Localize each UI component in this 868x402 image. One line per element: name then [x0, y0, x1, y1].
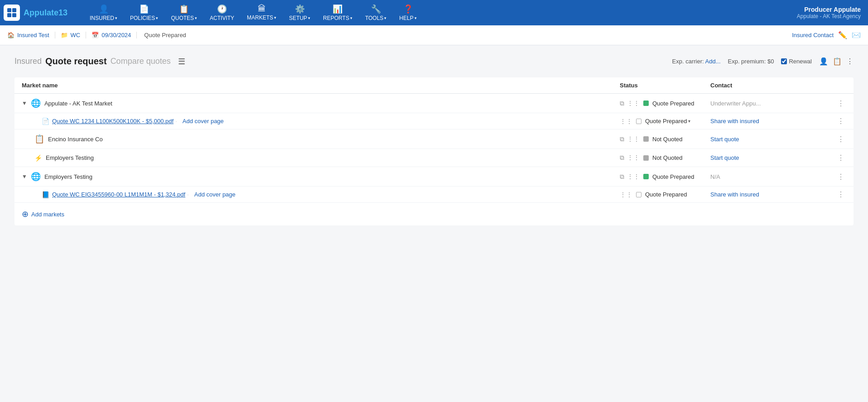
market-globe-icon: 🌐: [31, 98, 41, 108]
table-row: ⚡ Employers Testing ⧉ ⋮⋮ Not Quoted Star…: [14, 149, 854, 167]
email-icon[interactable]: ✉️: [852, 31, 861, 39]
nav-item-help[interactable]: ❓ HELP▾: [393, 1, 423, 24]
breadcrumb-date-label: 09/30/2024: [101, 32, 131, 38]
contact-na: N/A: [710, 173, 720, 180]
breadcrumb: 🏠 Insured Test 📁 WC 📅 09/30/2024 Quote P…: [0, 25, 868, 45]
more-button[interactable]: ⋮: [835, 153, 846, 162]
tab-compare-quotes[interactable]: Compare quotes: [111, 57, 171, 66]
split-icon[interactable]: ⋮⋮: [620, 191, 632, 198]
help-icon: ❓: [403, 4, 413, 14]
table-sub-row: 📄 Quote WC 1234 L100K500K100K - $5,000.p…: [14, 113, 854, 129]
nav-item-activity[interactable]: 🕐 ACTIVITY: [203, 1, 241, 24]
tab-quote-request[interactable]: Quote request: [45, 56, 107, 67]
user-circle-icon[interactable]: 👤: [819, 57, 828, 66]
more-button[interactable]: ⋮: [835, 99, 846, 108]
edit-icon[interactable]: ✏️: [838, 31, 847, 39]
main-content: Insured Quote request Compare quotes ☰ E…: [0, 45, 868, 236]
status-text: Not Quoted: [652, 136, 683, 143]
breadcrumb-status: Quote Prepared: [144, 32, 186, 38]
markets-icon: 🏛: [258, 4, 266, 14]
calendar-icon: 📅: [92, 32, 99, 38]
market-name-text: Employers Testing: [44, 173, 92, 180]
renewal-checkbox[interactable]: [781, 58, 787, 64]
status-cell: ⧉ ⋮⋮ Quote Prepared: [620, 100, 710, 107]
add-markets-row[interactable]: ⊕ Add markets: [14, 203, 854, 225]
contact-cell: N/A ⋮: [710, 172, 846, 181]
expand-icon[interactable]: ▼: [22, 100, 27, 106]
header-right: Exp. carrier: Add... Exp. premium: $0 Re…: [672, 57, 854, 66]
expand-icon[interactable]: ▼: [22, 173, 27, 180]
copy-icon[interactable]: ⧉: [620, 173, 624, 181]
more-button[interactable]: ⋮: [835, 135, 846, 144]
market-name-text: Employers Testing: [46, 154, 94, 161]
menu-icon[interactable]: ☰: [178, 57, 185, 67]
breadcrumb-insured[interactable]: 🏠 Insured Test: [7, 32, 55, 38]
lightning-icon: ⚡: [34, 154, 42, 162]
add-cover-button[interactable]: Add cover page: [183, 118, 224, 124]
notes-icon[interactable]: 📋: [833, 57, 842, 66]
sub-status-dot: [636, 192, 641, 197]
share-with-insured-button[interactable]: Share with insured: [710, 118, 759, 124]
status-dot: [643, 136, 649, 142]
breadcrumb-date[interactable]: 📅 09/30/2024: [92, 32, 137, 38]
sub-contact-cell: Share with insured ⋮: [710, 117, 846, 125]
home-icon: 🏠: [7, 32, 14, 38]
exp-carrier: Exp. carrier: Add...: [672, 58, 721, 65]
tab-insured[interactable]: Insured: [14, 57, 42, 66]
split-icon[interactable]: ⋮⋮: [620, 118, 632, 125]
sub-doc-cell: 📄 Quote WC 1234 L100K500K100K - $5,000.p…: [42, 118, 620, 125]
insured-contact-button[interactable]: Insured Contact: [792, 32, 834, 38]
svg-rect-1: [12, 8, 16, 12]
share-with-insured-button[interactable]: Share with insured: [710, 191, 759, 198]
status-text: Not Quoted: [652, 154, 683, 161]
nav-item-insured[interactable]: 👤 INSURED▾: [83, 1, 124, 24]
nav-item-reports[interactable]: 📊 REPORTS▾: [317, 1, 359, 24]
sub-status-text: Quote Prepared: [645, 191, 687, 198]
status-icons: ⧉ ⋮⋮: [620, 154, 640, 162]
breadcrumb-policy-type[interactable]: 📁 WC: [61, 32, 87, 38]
sub-status-cell: ⋮⋮ Quote Prepared: [620, 191, 710, 198]
producer-agency: Appulate - AK Test Agency: [797, 13, 861, 19]
start-quote-button[interactable]: Start quote: [710, 154, 739, 161]
nav-item-tools[interactable]: 🔧 TOOLS▾: [359, 1, 393, 24]
start-quote-button[interactable]: Start quote: [710, 136, 739, 143]
col-market-name: Market name: [22, 82, 620, 89]
breadcrumb-insured-label: Insured Test: [17, 32, 49, 38]
exp-carrier-add[interactable]: Add...: [705, 58, 721, 65]
nav-item-policies[interactable]: 📄 POLICIES▾: [124, 1, 164, 24]
sub-status-dot: [636, 119, 641, 124]
table-row: 📋 Encino Insurance Co ⧉ ⋮⋮ Not Quoted St…: [14, 129, 854, 149]
more-button[interactable]: ⋮: [835, 117, 846, 125]
contact-cell: Start quote ⋮: [710, 153, 846, 162]
split-icon[interactable]: ⋮⋮: [627, 100, 640, 107]
status-dot: [643, 155, 649, 161]
more-button[interactable]: ⋮: [835, 172, 846, 181]
add-circle-icon: ⊕: [22, 209, 29, 219]
status-cell: ⧉ ⋮⋮ Not Quoted: [620, 135, 710, 143]
copy-icon[interactable]: ⧉: [620, 154, 624, 162]
doc-link[interactable]: Quote WC EIG3455960-00 L1M1M1M - $1,324.…: [52, 191, 185, 198]
market-name-cell: 📋 Encino Insurance Co: [22, 134, 620, 144]
renewal-badge: Renewal: [781, 58, 812, 65]
doc-link[interactable]: Quote WC 1234 L100K500K100K - $5,000.pdf: [52, 118, 174, 124]
sub-status-icons: ⋮⋮: [620, 191, 632, 198]
nav-item-quotes[interactable]: 📋 QUOTES▾: [164, 1, 203, 24]
nav-item-markets[interactable]: 🏛 MARKETS▾: [241, 1, 283, 24]
sub-status-dropdown[interactable]: Quote Prepared ▾: [645, 118, 690, 124]
contact-cell: Start quote ⋮: [710, 135, 846, 144]
more-button[interactable]: ⋮: [835, 190, 846, 199]
nav-item-setup[interactable]: ⚙️ SETUP▾: [283, 1, 317, 24]
copy-icon[interactable]: ⧉: [620, 100, 624, 107]
status-icons: ⧉ ⋮⋮: [620, 135, 640, 143]
split-icon[interactable]: ⋮⋮: [627, 154, 640, 162]
more-options-icon[interactable]: ⋮: [846, 57, 854, 66]
market-name-cell: ▼ 🌐 Appulate - AK Test Market: [22, 98, 620, 108]
split-icon[interactable]: ⋮⋮: [627, 173, 640, 181]
table-row: ▼ 🌐 Appulate - AK Test Market ⧉ ⋮⋮ Quote…: [14, 94, 854, 113]
header-icons: 👤 📋 ⋮: [819, 57, 854, 66]
add-cover-button[interactable]: Add cover page: [194, 191, 236, 198]
copy-icon[interactable]: ⧉: [620, 135, 624, 143]
col-status: Status: [620, 82, 710, 89]
logo-box: [4, 5, 20, 21]
split-icon[interactable]: ⋮⋮: [627, 135, 640, 143]
